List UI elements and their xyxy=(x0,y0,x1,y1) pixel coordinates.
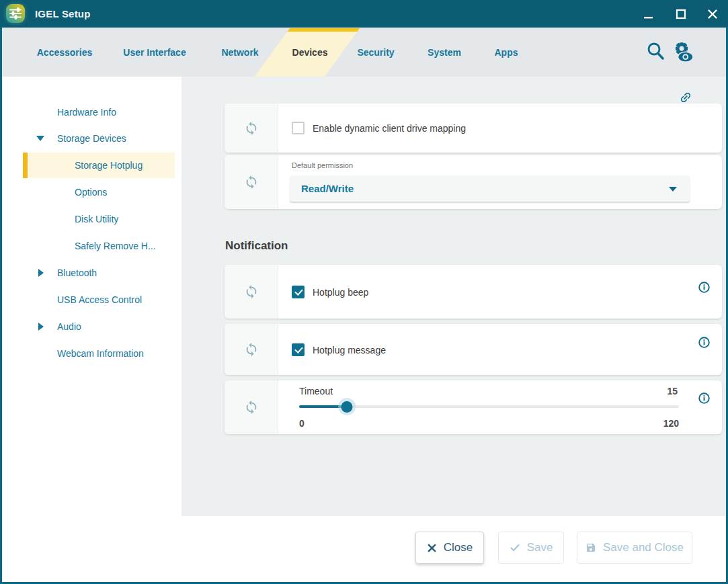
sliders-glyph xyxy=(6,4,25,23)
expanded-triangle-icon[interactable] xyxy=(36,136,44,141)
setting-row-hotplug-beep: Hotplug beep xyxy=(225,265,722,319)
expert-mode-button[interactable] xyxy=(669,39,696,66)
igel-logo-icon xyxy=(6,4,25,23)
select-caption: Default permission xyxy=(292,161,353,169)
window-border xyxy=(0,27,2,584)
minimize-button[interactable] xyxy=(637,0,660,28)
close-x-icon xyxy=(427,543,437,553)
tab-security[interactable]: Security xyxy=(352,28,399,77)
setting-row-hotplug-message: Hotplug message xyxy=(225,324,722,375)
sync-icon xyxy=(244,284,259,299)
tab-system[interactable]: System xyxy=(422,28,467,77)
save-floppy-icon xyxy=(585,542,596,553)
sync-icon xyxy=(244,400,259,415)
collapsed-triangle-icon[interactable] xyxy=(38,269,44,277)
parameter-link-button[interactable] xyxy=(679,91,692,104)
tab-apps[interactable]: Apps xyxy=(489,28,524,77)
footer-bar: Close Save Save and Close xyxy=(2,516,726,582)
search-icon xyxy=(643,40,668,64)
section-title: Notification xyxy=(225,239,288,253)
collapsed-triangle-icon[interactable] xyxy=(38,323,44,331)
save-button[interactable]: Save xyxy=(498,532,564,564)
slider-max: 120 xyxy=(663,418,679,429)
reset-parameter-cell[interactable] xyxy=(225,155,278,209)
slider-value: 15 xyxy=(667,386,678,397)
checkbox-hotplug-message[interactable] xyxy=(292,343,305,356)
checkbox-hotplug-beep[interactable] xyxy=(292,286,305,298)
select-value: Read/Write xyxy=(301,175,354,202)
setting-row-default-permission: Default permission Read/Write xyxy=(225,155,722,209)
reset-parameter-cell[interactable] xyxy=(225,324,278,375)
close-window-button[interactable] xyxy=(701,0,724,28)
setting-row-dynamic-mapping: Enable dynamic client drive mapping xyxy=(225,103,722,153)
info-button[interactable] xyxy=(698,392,710,404)
reset-parameter-cell[interactable] xyxy=(225,103,278,153)
sync-icon xyxy=(244,121,259,136)
sidebar-item-audio[interactable]: Audio xyxy=(2,314,175,339)
save-and-close-button[interactable]: Save and Close xyxy=(577,532,692,564)
checkbox-label: Hotplug beep xyxy=(313,287,368,298)
sidebar-item-safely-remove[interactable]: Safely Remove H... xyxy=(2,233,175,259)
settings-panel: Enable dynamic client drive mapping Defa… xyxy=(181,77,726,516)
sidebar-item-bluetooth[interactable]: Bluetooth xyxy=(2,260,175,286)
title-bar: IGEL Setup xyxy=(0,0,728,28)
checkbox-label: Enable dynamic client drive mapping xyxy=(313,123,466,134)
sidebar-item-storage-devices[interactable]: Storage Devices xyxy=(2,126,175,151)
slider-min: 0 xyxy=(299,418,305,429)
sync-icon xyxy=(244,342,259,357)
default-permission-select[interactable]: Read/Write xyxy=(290,175,690,202)
gear-eye-icon xyxy=(669,39,696,66)
checkbox-dynamic-mapping[interactable] xyxy=(292,122,305,134)
sidebar-item-options[interactable]: Options xyxy=(2,179,175,205)
slider-label: Timeout xyxy=(299,386,333,397)
reset-parameter-cell[interactable] xyxy=(225,380,278,434)
reset-parameter-cell[interactable] xyxy=(225,265,278,319)
checkbox-label: Hotplug message xyxy=(313,345,386,356)
info-icon xyxy=(698,392,710,404)
check-icon xyxy=(510,542,520,553)
dropdown-arrow-icon xyxy=(669,187,677,192)
tab-bar: Accessories User Interface Network Devic… xyxy=(2,28,726,77)
sidebar-item-disk-utility[interactable]: Disk Utility xyxy=(2,206,175,232)
sidebar-item-storage-hotplug[interactable]: Storage Hotplug xyxy=(2,153,175,178)
sidebar-nav: Hardware Info Storage Devices Storage Ho… xyxy=(2,77,181,582)
info-icon xyxy=(698,337,710,348)
maximize-button[interactable] xyxy=(670,0,692,28)
tab-network[interactable]: Network xyxy=(216,28,264,77)
tab-accessories[interactable]: Accessories xyxy=(32,28,98,77)
info-icon xyxy=(698,282,710,293)
info-button[interactable] xyxy=(698,337,710,348)
search-button[interactable] xyxy=(642,40,669,67)
link-icon xyxy=(679,91,692,104)
setting-row-timeout: Timeout 15 0 120 xyxy=(225,380,722,434)
info-button[interactable] xyxy=(698,282,710,293)
tab-devices[interactable]: Devices xyxy=(287,28,333,77)
sidebar-item-webcam-information[interactable]: Webcam Information xyxy=(2,341,175,366)
sidebar-item-hardware-info[interactable]: Hardware Info xyxy=(2,99,175,125)
close-button[interactable]: Close xyxy=(415,532,484,564)
sync-icon xyxy=(244,175,259,190)
window-title: IGEL Setup xyxy=(35,0,91,28)
igel-setup-window: IGEL Setup Accessories User Interface Ne… xyxy=(0,0,728,584)
sidebar-item-usb-access-control[interactable]: USB Access Control xyxy=(2,287,175,312)
timeout-slider[interactable] xyxy=(299,405,679,408)
tab-user-interface[interactable]: User Interface xyxy=(118,28,191,77)
slider-thumb[interactable] xyxy=(341,401,353,413)
